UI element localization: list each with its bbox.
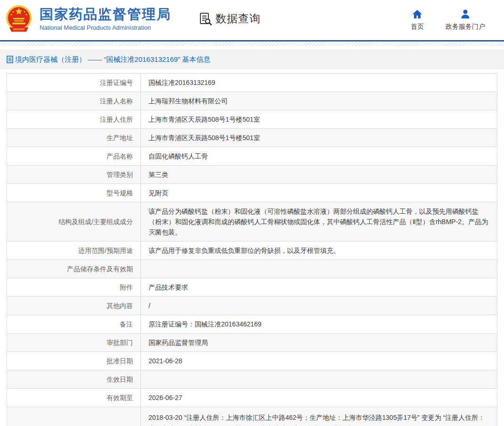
- field-value: [141, 370, 497, 389]
- field-label: 变更情况: [7, 407, 141, 426]
- field-label: 审批部门: [7, 334, 141, 352]
- table-row: 注册证编号 国械注准20163132169: [7, 74, 497, 92]
- user-icon: [460, 8, 471, 20]
- field-value: 上海市青浦区天辰路508号1号楼501室: [141, 129, 497, 147]
- field-label: 有效期至: [7, 389, 141, 407]
- top-nav: 首页 政务服务门户: [411, 8, 497, 31]
- table-row: 生产地址 上海市青浦区天辰路508号1号楼501室: [7, 129, 497, 147]
- table-row: 审批部门 国家药品监督管理局: [7, 334, 497, 352]
- field-label: 产品名称: [7, 147, 141, 166]
- table-row: 有效期至 2026-06-27: [7, 389, 497, 407]
- field-label: 适用范围/预期用途: [7, 242, 141, 260]
- table-row: 其他内容 /: [7, 297, 497, 315]
- nav-item-gov-portal[interactable]: 政务服务门户: [446, 8, 485, 31]
- nav-label: 政务服务门户: [446, 23, 485, 31]
- document-search-icon: [198, 12, 213, 26]
- field-value: 国家药品监督管理局: [141, 334, 497, 352]
- field-label: 生效日期: [7, 370, 141, 389]
- field-label: 批准日期: [7, 352, 141, 370]
- field-label: 结构及组成/主要组成成分: [7, 202, 141, 242]
- device-info-table-wrap: 注册证编号 国械注准20163132169 注册人名称 上海瑞邦生物材料有限公司…: [7, 73, 497, 426]
- breadcrumb: 境内医疗器械（注册） —— “国械注准20163132169” 基本信息: [0, 50, 504, 69]
- field-label: 注册人名称: [7, 92, 141, 110]
- national-emblem-icon: [4, 4, 34, 34]
- site-title: 国家药品监督管理局: [40, 7, 171, 22]
- table-row: 注册人名称 上海瑞邦生物材料有限公司: [7, 92, 497, 110]
- table-row: 产品储存条件及有效期: [7, 260, 497, 278]
- table-row: 注册人住所 上海市青浦区天辰路508号1号楼501室: [7, 110, 497, 129]
- field-value: 该产品分为磷酸钙盐（粉末）和固化液（可溶性磷酸盐水溶液）两部分组成的磷酸钙人工骨…: [141, 202, 497, 242]
- field-value: 上海市青浦区天辰路508号1号楼501室: [141, 110, 497, 129]
- field-value: 2021-06-28: [141, 352, 497, 370]
- field-value: 产品技术要求: [141, 278, 497, 297]
- hatch-band: [0, 42, 504, 46]
- table-row: 型号规格 见附页: [7, 184, 497, 202]
- table-row: 产品名称 自固化磷酸钙人工骨: [7, 147, 497, 166]
- table-row: 批准日期 2021-06-28: [7, 352, 497, 370]
- field-value: 见附页: [141, 184, 497, 202]
- breadcrumb-text: 境内医疗器械（注册） —— “国械注准20163132169” 基本信息: [15, 55, 210, 64]
- field-label: 型号规格: [7, 184, 141, 202]
- site-logo[interactable]: 国家药品监督管理局 National Medical Products Admi…: [4, 4, 171, 34]
- table-row: 结构及组成/主要组成成分 该产品分为磷酸钙盐（粉末）和固化液（可溶性磷酸盐水溶液…: [7, 202, 497, 242]
- field-label: 管理类别: [7, 166, 141, 184]
- field-label: 注册人住所: [7, 110, 141, 129]
- site-header: 国家药品监督管理局 National Medical Products Admi…: [0, 0, 504, 40]
- field-label: 其他内容: [7, 297, 141, 315]
- field-label: 备注: [7, 315, 141, 334]
- field-value: 自固化磷酸钙人工骨: [141, 147, 497, 166]
- field-value: 原注册证编号：国械注准20163462169: [141, 315, 497, 334]
- field-value: 国械注准20163132169: [141, 74, 497, 92]
- field-value: 上海瑞邦生物材料有限公司: [141, 92, 497, 110]
- site-title-block: 国家药品监督管理局 National Medical Products Admi…: [40, 7, 171, 31]
- home-icon: [412, 8, 423, 20]
- table-row: 适用范围/预期用途 该产品用于修复非负重或低负重部位的骨缺损，以及牙根管填充。: [7, 242, 497, 260]
- device-info-table: 注册证编号 国械注准20163132169 注册人名称 上海瑞邦生物材料有限公司…: [7, 73, 497, 426]
- nav-label: 首页: [411, 23, 424, 31]
- field-label: 产品储存条件及有效期: [7, 260, 141, 278]
- field-label: 生产地址: [7, 129, 141, 147]
- table-row: 生效日期: [7, 370, 497, 389]
- data-query-label: 数据查询: [215, 11, 261, 26]
- field-value: /: [141, 297, 497, 315]
- field-value: [141, 260, 497, 278]
- field-label: 附件: [7, 278, 141, 297]
- site-subtitle: National Medical Products Administration: [40, 24, 171, 31]
- table-row: 管理类别 第三类: [7, 166, 497, 184]
- field-value: 第三类: [141, 166, 497, 184]
- field-value: 该产品用于修复非负重或低负重部位的骨缺损，以及牙根管填充。: [141, 242, 497, 260]
- table-row: 附件 产品技术要求: [7, 278, 497, 297]
- table-row-change-history: 变更情况 2018-03-20 “注册人住所：上海市徐汇区上中路462号；生产地…: [7, 407, 497, 426]
- field-label: 注册证编号: [7, 74, 141, 92]
- field-value: 2018-03-20 “注册人住所：上海市徐汇区上中路462号；生产地址：上海市…: [141, 407, 497, 426]
- field-value: 2026-06-27: [141, 389, 497, 407]
- document-icon: [7, 56, 13, 63]
- nav-item-home[interactable]: 首页: [411, 8, 424, 31]
- table-row: 备注 原注册证编号：国械注准20163462169: [7, 315, 497, 334]
- data-query-tab[interactable]: 数据查询: [198, 11, 261, 26]
